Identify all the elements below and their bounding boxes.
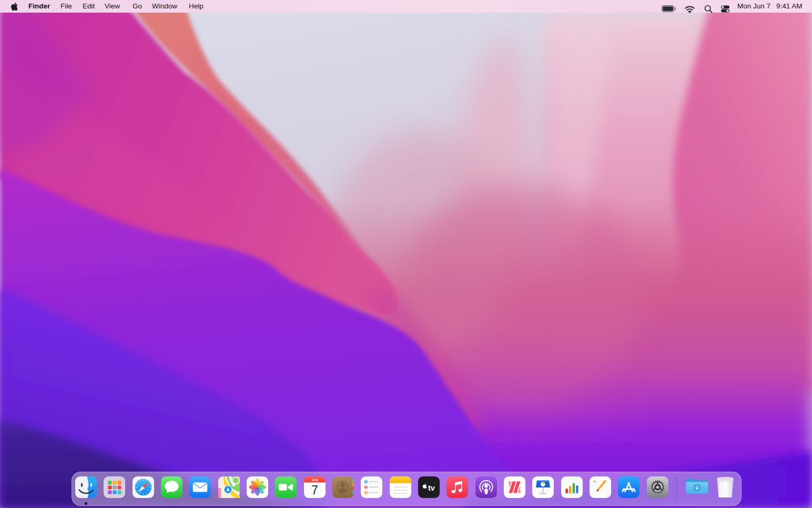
svg-text:JUN: JUN: [311, 478, 318, 482]
svg-text:7: 7: [311, 483, 318, 497]
svg-text:“: “: [593, 479, 597, 486]
svg-text:tv: tv: [428, 484, 435, 492]
